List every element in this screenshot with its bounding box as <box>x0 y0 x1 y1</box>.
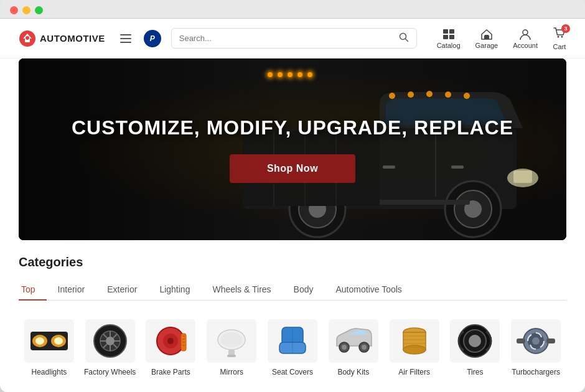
svg-point-32 <box>389 93 395 99</box>
product-label-headlights: Headlights <box>32 368 67 376</box>
logo-icon <box>19 30 36 47</box>
page-content: AUTOMOTIVE P <box>0 19 585 392</box>
product-label-turbo: Turbochargers <box>512 368 560 376</box>
logo-text: AUTOMOTIVE <box>40 33 105 44</box>
hero-light-1 <box>268 72 273 77</box>
svg-rect-8 <box>484 35 489 39</box>
product-headlights[interactable]: Headlights <box>19 313 80 384</box>
product-body-kits[interactable]: Body Kits <box>323 313 384 384</box>
svg-point-82 <box>469 335 481 347</box>
product-label-mirrors: Mirrors <box>220 368 243 376</box>
headlights-icon <box>27 322 71 360</box>
svg-point-10 <box>523 30 528 35</box>
search-button[interactable] <box>399 32 409 44</box>
hero-banner: CUSTOMIZE, MODIFY, UPGRADE, REPLACE Shop… <box>19 58 566 240</box>
paypal-icon: P <box>144 30 161 47</box>
svg-rect-4 <box>443 29 448 34</box>
search-icon <box>399 32 409 42</box>
shop-now-button[interactable]: Shop Now <box>230 154 355 183</box>
logo[interactable]: AUTOMOTIVE <box>19 30 105 47</box>
tab-wheels[interactable]: Wheels & Tires <box>201 279 282 301</box>
cart-label: Cart <box>553 43 566 50</box>
tire-icon <box>453 322 497 360</box>
product-label-wheels: Factory Wheels <box>84 368 136 376</box>
product-image-tires <box>450 319 500 363</box>
turbo-icon <box>514 322 558 360</box>
nav-garage[interactable]: Garage <box>475 28 498 49</box>
svg-point-72 <box>362 345 367 350</box>
hamburger-button[interactable] <box>118 32 134 45</box>
svg-point-34 <box>426 91 433 97</box>
mirror-icon <box>210 322 253 360</box>
minimize-button[interactable] <box>22 6 30 14</box>
browser-chrome <box>0 0 585 19</box>
nav-cart[interactable]: 3 Cart <box>553 27 566 50</box>
product-turbochargers[interactable]: Turbochargers <box>505 313 566 384</box>
product-image-filters <box>390 319 439 363</box>
close-button[interactable] <box>10 6 18 14</box>
product-brake-parts[interactable]: Brake Parts <box>141 313 202 384</box>
brake-icon <box>149 322 192 360</box>
tab-interior[interactable]: Interior <box>47 279 96 301</box>
product-image-seats <box>268 319 317 363</box>
nav-actions: Catalog Garage Ac <box>437 27 566 50</box>
svg-point-11 <box>558 35 559 37</box>
hero-content: CUSTOMIZE, MODIFY, UPGRADE, REPLACE Shop… <box>72 116 513 183</box>
product-image-body <box>329 319 378 363</box>
svg-point-40 <box>35 337 44 345</box>
svg-point-70 <box>342 345 347 350</box>
svg-point-44 <box>106 337 115 345</box>
nav-account[interactable]: Account <box>513 28 538 49</box>
svg-point-1 <box>26 36 29 40</box>
svg-rect-15 <box>513 170 532 183</box>
product-image-mirrors <box>207 319 256 363</box>
svg-rect-64 <box>227 355 236 357</box>
svg-line-3 <box>405 39 408 42</box>
navbar: AUTOMOTIVE P <box>0 19 585 58</box>
tab-top[interactable]: Top <box>19 279 47 301</box>
wheel-icon <box>88 322 132 360</box>
svg-point-85 <box>532 337 540 345</box>
hamburger-line <box>120 34 131 35</box>
filter-icon <box>393 322 436 360</box>
product-air-filters[interactable]: Air Filters <box>384 313 445 384</box>
product-seat-covers[interactable]: Seat Covers <box>262 313 323 384</box>
svg-point-62 <box>220 332 243 347</box>
product-image-wheels <box>85 319 135 363</box>
product-label-filters: Air Filters <box>398 368 430 376</box>
categories-title: Categories <box>19 255 566 269</box>
svg-point-41 <box>54 337 63 345</box>
hero-lights <box>268 72 312 77</box>
product-label-body: Body Kits <box>337 368 369 376</box>
tab-exterior[interactable]: Exterior <box>96 279 148 301</box>
cart-badge: 3 <box>561 24 570 33</box>
account-label: Account <box>513 42 538 49</box>
tab-body[interactable]: Body <box>283 279 325 301</box>
svg-rect-86 <box>546 338 555 343</box>
product-tires[interactable]: Tires <box>444 313 505 384</box>
product-grid: Headlights <box>19 313 566 384</box>
search-input[interactable] <box>179 34 394 43</box>
hero-light-5 <box>307 72 312 77</box>
category-tabs: Top Interior Exterior Lighting Wheels & … <box>19 279 566 301</box>
categories-section: Categories Top Interior Exterior Lightin… <box>0 240 585 392</box>
tab-tools[interactable]: Automotive Tools <box>325 279 413 301</box>
nav-catalog[interactable]: Catalog <box>437 28 461 49</box>
product-label-tires: Tires <box>467 368 483 376</box>
search-bar <box>171 28 417 49</box>
hero-title: CUSTOMIZE, MODIFY, UPGRADE, REPLACE <box>72 116 513 139</box>
hero-light-3 <box>288 72 292 77</box>
garage-icon <box>480 28 494 40</box>
svg-rect-7 <box>449 35 454 39</box>
svg-point-35 <box>445 91 451 98</box>
garage-label: Garage <box>475 42 498 49</box>
svg-point-75 <box>403 345 426 354</box>
hero-light-4 <box>297 72 302 77</box>
product-factory-wheels[interactable]: Factory Wheels <box>80 313 141 384</box>
maximize-button[interactable] <box>35 6 43 14</box>
svg-point-55 <box>167 338 174 344</box>
body-kit-icon <box>332 322 375 360</box>
product-mirrors[interactable]: Mirrors <box>201 313 262 384</box>
hero-light-2 <box>278 72 283 77</box>
tab-lighting[interactable]: Lighting <box>148 279 201 301</box>
